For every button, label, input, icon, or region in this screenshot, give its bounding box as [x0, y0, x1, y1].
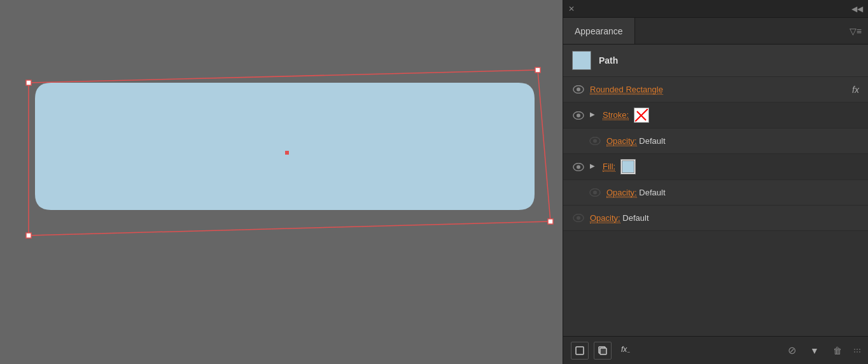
fill-color-indicator [622, 160, 634, 173]
eye-icon-stroke-opacity[interactable] [589, 137, 601, 146]
panel-menu-button[interactable]: ▽≡ [843, 18, 868, 44]
panel-header-bar: ✕ ◀◀ [563, 0, 868, 18]
fill-opacity-value: Default [637, 188, 666, 197]
eye-icon-global-opacity[interactable] [572, 214, 585, 223]
trash-icon: 🗑 [833, 346, 842, 356]
canvas-area [0, 0, 563, 364]
stroke-none-indicator [635, 109, 648, 122]
global-opacity-value: Default [620, 213, 649, 223]
path-color-swatch[interactable] [572, 51, 591, 70]
fill-opacity-label[interactable]: Opacity: [606, 188, 637, 198]
move-down-icon: ▼ [810, 346, 819, 356]
svg-rect-9 [285, 151, 289, 155]
new-item-button[interactable] [571, 342, 589, 360]
panel-footer: fx~ ⊘ ▼ 🗑 [563, 336, 868, 364]
fill-label[interactable]: Fill: [603, 162, 615, 172]
delete-button[interactable]: 🗑 [829, 342, 846, 360]
panel-title-row: Appearance ▽≡ [563, 18, 868, 45]
eye-icon-fill[interactable] [572, 162, 585, 171]
appearance-tab-label: Appearance [575, 26, 623, 36]
path-row: Path [563, 45, 868, 77]
eye-icon-fill-opacity[interactable] [589, 188, 601, 197]
global-opacity-label[interactable]: Opacity: [590, 213, 620, 223]
fx-icon: fx~ [621, 345, 630, 355]
stroke-opacity-label[interactable]: Opacity: [606, 136, 637, 146]
drag-handle [854, 349, 860, 353]
arrow-icon-fill[interactable]: ▶ [590, 162, 599, 171]
svg-rect-26 [600, 348, 606, 354]
panel-close-button[interactable]: ✕ [568, 5, 575, 13]
duplicate-button[interactable] [594, 342, 612, 360]
stroke-opacity-row: Opacity: Default [563, 129, 868, 154]
svg-rect-6 [535, 67, 540, 73]
eye-icon-stroke[interactable] [572, 111, 585, 120]
svg-rect-8 [548, 219, 553, 224]
fx-label-rounded-rect[interactable]: fx [852, 85, 859, 95]
canvas-svg [0, 0, 563, 364]
menu-icon: ▽≡ [850, 26, 862, 36]
stroke-row: ▶ Stroke: [563, 102, 868, 129]
svg-rect-24 [576, 347, 584, 354]
no-entry-icon: ⊘ [788, 344, 796, 356]
appearance-panel: ✕ ◀◀ Appearance ▽≡ Path Rounded Rectangl… [563, 0, 868, 364]
fx-button[interactable]: fx~ [617, 342, 634, 360]
svg-point-17 [593, 139, 597, 143]
fill-swatch[interactable] [620, 159, 636, 174]
svg-rect-7 [26, 233, 31, 238]
global-opacity-row: Opacity: Default [563, 206, 868, 231]
arrow-icon-stroke[interactable]: ▶ [590, 111, 599, 120]
path-label: Path [599, 55, 859, 66]
svg-point-11 [577, 88, 580, 92]
panel-collapse-button[interactable]: ◀◀ [851, 4, 863, 13]
fill-opacity-row: Opacity: Default [563, 180, 868, 206]
svg-point-13 [577, 113, 580, 117]
stroke-swatch[interactable] [634, 108, 649, 123]
fill-row: ▶ Fill: [563, 154, 868, 180]
clear-button[interactable]: ⊘ [783, 342, 801, 360]
stroke-opacity-value: Default [637, 136, 666, 146]
appearance-tab[interactable]: Appearance [563, 18, 635, 44]
svg-point-21 [593, 191, 597, 195]
svg-point-19 [577, 165, 580, 169]
rounded-rectangle-label[interactable]: Rounded Rectangle [590, 85, 663, 95]
svg-point-23 [577, 216, 580, 220]
svg-rect-25 [599, 347, 605, 353]
rounded-rectangle-row: Rounded Rectangle fx [563, 77, 868, 102]
svg-rect-5 [26, 80, 31, 85]
stroke-label[interactable]: Stroke: [603, 110, 629, 120]
eye-icon-rounded-rect[interactable] [572, 85, 585, 94]
move-down-button[interactable]: ▼ [806, 342, 823, 360]
